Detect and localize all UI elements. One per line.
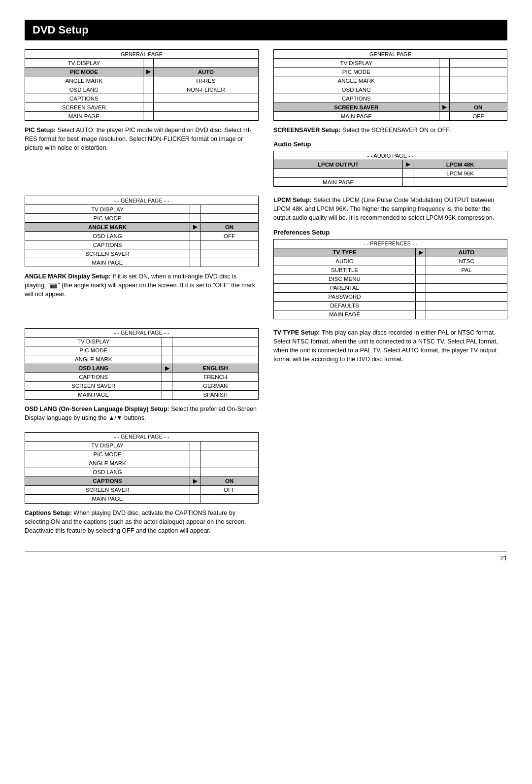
general-table-4: - - GENERAL PAGE - - TV DISPLAY PIC MODE… — [25, 328, 259, 400]
audio-setup-title: Audio Setup — [273, 140, 507, 148]
table3-header: - - GENERAL PAGE - - — [25, 196, 259, 205]
table5-header: - - GENERAL PAGE - - — [25, 432, 259, 441]
preferences-title: Preferences Setup — [273, 229, 507, 236]
pic-setup-text: PIC Setup: Select AUTO, the player PIC m… — [25, 126, 259, 152]
captions-text: Captions Setup: When playing DVD disc, a… — [25, 509, 259, 535]
general-table-3: - - GENERAL PAGE - - TV DISPLAY PIC MODE… — [25, 196, 259, 267]
table2-header: - - GENERAL PAGE - - — [274, 50, 507, 59]
tvtype-text: TV TYPE Setup: This play can play discs … — [273, 328, 507, 364]
preferences-table-1: - - PREFERENCES - - TV TYPE▶AUTO AUDIONT… — [273, 239, 507, 319]
page-number: 21 — [25, 551, 507, 562]
screensaver-text: SCREENSAVER Setup: Select the SCREENSAVE… — [273, 126, 507, 135]
table4-header: - - GENERAL PAGE - - — [25, 328, 259, 337]
general-table-2: - - GENERAL PAGE - - TV DISPLAY PIC MODE… — [273, 49, 507, 121]
angle-mark-text: ANGLE MARK Display Setup: If it is set O… — [25, 272, 259, 299]
prefs-header: - - PREFERENCES - - — [274, 239, 507, 248]
audio-header: - - AUDIO PAGE - - — [274, 151, 507, 160]
table1-header: - - GENERAL PAGE - - — [25, 50, 259, 59]
general-table-5: - - GENERAL PAGE - - TV DISPLAY PIC MODE… — [25, 432, 259, 504]
lpcm-text: LPCM Setup: Select the LPCM (Line Pulse … — [273, 196, 507, 222]
page-title: DVD Setup — [25, 20, 507, 40]
osd-lang-text: OSD LANG (On-Screen Language Display) Se… — [25, 405, 259, 422]
general-table-1: - - GENERAL PAGE - - TV DISPLAY PIC MODE… — [25, 49, 259, 121]
audio-table-1: - - AUDIO PAGE - - LPCM OUTPUT▶LPCM 48K … — [273, 151, 507, 187]
